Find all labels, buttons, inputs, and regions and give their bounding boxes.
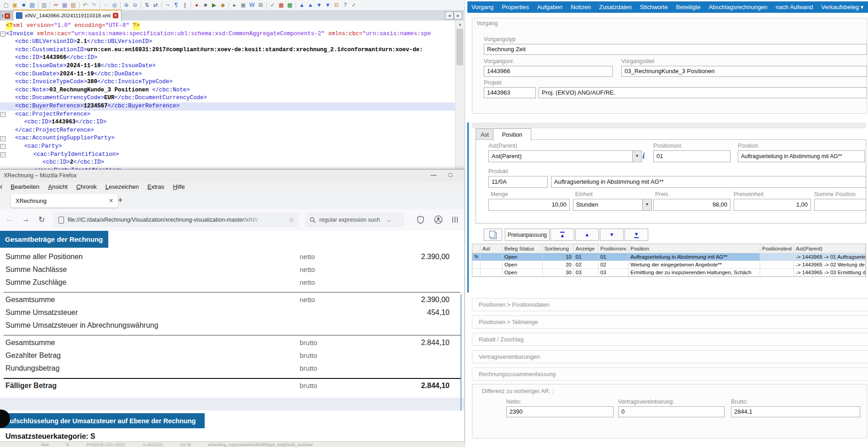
close-tab-icon[interactable]: ✕	[113, 13, 118, 18]
summe-position-field[interactable]	[814, 199, 866, 211]
play-macro-icon[interactable]: ▶	[210, 1, 218, 9]
move-up-button[interactable]: ▲	[575, 229, 599, 241]
preisanpassung-button[interactable]: Preisanpassung	[505, 229, 550, 241]
table-cell[interactable]: 03	[574, 269, 598, 277]
table-cell[interactable]: 01	[598, 253, 629, 261]
bookmark-star-icon[interactable]: ☆	[288, 216, 294, 224]
chevron-down-icon[interactable]: ▾	[632, 151, 641, 162]
zoom-out-icon[interactable]: ⊖	[131, 1, 139, 9]
table-row[interactable]: Open300303Ermittlung der zu inspizierend…	[472, 269, 866, 277]
maximize-button[interactable]: □	[445, 171, 456, 178]
xml-code-line[interactable]: <cbc:UBLVersionID>2.1</cbc:UBLVersionID>	[0, 38, 455, 46]
projekt-name-field[interactable]: Proj. (EKVO) ANG/AUF/RE.	[539, 87, 867, 98]
firefox-titlebar[interactable]: XRechnung – Mozilla Firefox — □	[0, 170, 464, 181]
vorgangstitel-field[interactable]: 03_RechnungKunde_3 Positionen	[621, 66, 867, 77]
copy-icon[interactable]: ▦	[61, 1, 69, 9]
undo-icon[interactable]: ↶	[81, 1, 89, 9]
library-icon[interactable]	[451, 216, 459, 224]
print-icon[interactable]: ▥	[40, 1, 48, 9]
menu-item-datei[interactable]: Datei	[0, 183, 2, 190]
einheit-combobox[interactable]: Stunden ▾	[573, 199, 652, 211]
plugin-doc-switcher-icon[interactable]: ▣	[239, 1, 247, 9]
table-cell[interactable]: Open	[503, 269, 543, 277]
table-cell[interactable]	[760, 261, 794, 269]
table-cell[interactable]	[481, 253, 503, 261]
plugin-grid-icon[interactable]: ⊞	[257, 1, 265, 9]
account-icon[interactable]	[434, 215, 443, 224]
fold-collapse-icon[interactable]: −	[0, 112, 5, 117]
accordion-positionen-teilmenge[interactable]: Positionen > Teilmenge	[472, 315, 868, 329]
menu-item-extras[interactable]: Extras	[148, 183, 164, 190]
info-icon[interactable]: i	[642, 151, 645, 161]
help-icon[interactable]: ?	[341, 1, 349, 9]
move-bottom-button[interactable]: ▼	[625, 229, 648, 241]
table-cell[interactable]: 30	[543, 269, 574, 277]
run-icon[interactable]: ▸	[231, 1, 238, 9]
search-go-icon[interactable]: →	[385, 217, 391, 224]
chevron-down-icon[interactable]: ▾	[642, 199, 651, 210]
erp-tab-zusatzdaten[interactable]: Zusatzdaten	[595, 4, 636, 11]
table-cell[interactable]: 01	[574, 253, 598, 261]
table-cell[interactable]: Open	[503, 253, 543, 261]
menu-item-lesezeichen[interactable]: Lesezeichen	[106, 183, 139, 190]
xml-code-line[interactable]: <cbc:ID>2</cbc:ID>	[0, 159, 455, 167]
record-macro-icon[interactable]: ●	[193, 1, 201, 9]
xml-code-line[interactable]: −<cac:ProjectReference>	[0, 111, 455, 119]
table-row[interactable]: ✎Open100101Auftragserteilung in Abstimmu…	[472, 253, 866, 261]
forward-icon[interactable]: →	[22, 215, 30, 224]
table-cell[interactable]: 10	[543, 253, 574, 261]
close-tab-icon[interactable]: ✕	[5, 13, 10, 19]
xml-code-line[interactable]: <cbc:DueDate>2024-11-19</cbc:DueDate>	[0, 70, 455, 79]
tab-scroll-right-icon[interactable]: ▸	[454, 11, 462, 20]
table-row[interactable]: Open200202Wertung der eingegebenen Angeb…	[472, 261, 866, 269]
url-text[interactable]: file:///C:/data/xRechnung/Visualization/…	[68, 217, 269, 223]
save-macro-icon[interactable]: ◆	[219, 1, 227, 9]
tab-scroll-left-icon[interactable]: ◂	[445, 11, 454, 20]
table-cell[interactable]	[760, 253, 794, 261]
xml-code-line[interactable]: <cbc:IssueDate>2024-11-18</cbc:IssueDate…	[0, 62, 455, 70]
erp-tab-properties[interactable]: Properties	[498, 4, 533, 11]
new-file-icon[interactable]: ▢	[2, 1, 10, 9]
menu-item-chronik[interactable]: Chronik	[76, 183, 97, 190]
table-cell[interactable]: Wertung der eingegebenen Angebote**	[629, 261, 760, 269]
row-edit-cell[interactable]	[472, 269, 481, 277]
minimize-button[interactable]: —	[428, 171, 439, 178]
sync-vertical-icon[interactable]: ⇅	[143, 1, 151, 9]
position-field[interactable]: Auftragserteilung in Abstimmung mit AG**	[738, 150, 865, 162]
table-cell[interactable]: -> 1443965 -> 03 Ermittlung d	[794, 269, 866, 277]
menge-field[interactable]: 10,00	[488, 199, 570, 211]
table-cell[interactable]: 02	[574, 261, 598, 269]
column-header[interactable]: Sortierung	[543, 244, 574, 253]
preis-field[interactable]: 98,00	[653, 199, 730, 211]
vertragsvereinbarung-field[interactable]: 0	[618, 406, 725, 417]
stop-macro-icon[interactable]: ■	[201, 1, 209, 9]
xml-code-line[interactable]: −<cac:Party>	[0, 143, 455, 151]
accordion-positionen-positionsdaten[interactable]: Positionen > Positionsdaten	[472, 298, 868, 311]
xml-tools-a-icon[interactable]: ▦	[277, 1, 285, 9]
shield-icon[interactable]	[417, 216, 424, 224]
erp-tab-verkaufsbeleg[interactable]: Verkaufsbeleg ▾	[817, 4, 868, 11]
table-cell[interactable]: Open	[503, 261, 543, 269]
zoom-in-icon[interactable]: ⊕	[122, 1, 130, 9]
column-header[interactable]: Position	[629, 244, 760, 253]
table-cell[interactable]	[481, 269, 503, 277]
netto-field[interactable]: 2390	[506, 406, 614, 417]
scroll-up-icon[interactable]: ▴	[455, 21, 465, 28]
sync-horizontal-icon[interactable]: ⇄	[152, 1, 159, 9]
xml-code-line[interactable]: <cbc:DocumentCurrencyCode>EUR</cbc:Docum…	[0, 94, 455, 102]
url-bar[interactable]: file:///C:/data/xRechnung/Visualization/…	[54, 212, 299, 228]
preiseinheit-field[interactable]: 1,00	[734, 199, 811, 211]
table-cell[interactable]: Ermittlung der zu inspizierenden Haltung…	[629, 269, 760, 277]
table-cell[interactable]: -> 1443965 -> 01 Auftragserte	[794, 253, 866, 261]
erp-tab-stichworte[interactable]: Stichworte	[636, 4, 672, 11]
xml-code-line[interactable]: <cbc:InvoiceTypeCode>380</cbc:InvoiceTyp…	[0, 78, 455, 86]
search-bar[interactable]: regular expression such →	[305, 212, 404, 228]
column-header[interactable]: Positionstext	[760, 244, 794, 253]
indent-guide-icon[interactable]: ∥	[181, 1, 189, 9]
reload-icon[interactable]: ↻	[38, 215, 45, 224]
validate-icon[interactable]: ✓	[350, 1, 358, 9]
fold-collapse-icon[interactable]: −	[0, 32, 5, 37]
accordion-rabatt-zuschlag[interactable]: Rabatt / Zuschlag	[472, 333, 868, 346]
erp-tab-vorgang[interactable]: Vorgang	[467, 4, 498, 11]
replace-icon[interactable]: ◎	[111, 1, 118, 9]
